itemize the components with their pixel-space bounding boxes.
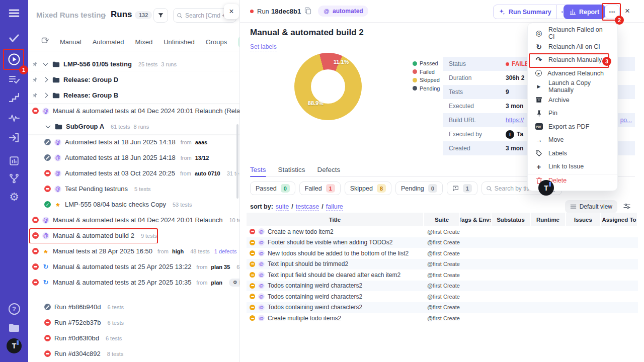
breadcrumb-project[interactable]: Mixed Runs testing <box>36 11 106 19</box>
runs-play-circle-icon[interactable] <box>0 52 28 66</box>
test-title[interactable]: Footer should be visible when adding TOD… <box>268 239 392 246</box>
table-row[interactable]: Todos containing weird characters2 @firs… <box>247 291 638 302</box>
settings-gear-icon[interactable] <box>0 190 28 204</box>
menu-item-export-pdf[interactable]: PDF Export as PDF <box>528 120 617 134</box>
run-list-item[interactable]: SubGroup A from 61 tests 8 runs <box>28 119 240 134</box>
test-title[interactable]: New todos should be added to the bottom … <box>268 250 409 257</box>
run-detail-close-button[interactable]: × <box>625 6 630 16</box>
run-list-item[interactable]: Manual & automated tests at 04 Dec 2024 … <box>28 212 240 228</box>
table-column-header[interactable]: Suite <box>424 213 460 226</box>
run-list-item[interactable]: Run #752eb37b from 6 tests <box>28 315 240 330</box>
filter-funnel-button[interactable] <box>153 8 168 23</box>
run-title[interactable]: Automated tests at 18 Jun 2025 14:18 <box>65 154 176 161</box>
menu-item-link-to-issue[interactable]: Link to Issue <box>528 160 617 173</box>
filter-chip-failed[interactable]: Failed1 <box>299 182 341 195</box>
run-summary-button[interactable]: Run Summary <box>494 5 556 19</box>
run-title[interactable]: Manual tests at 28 Apr 2025 16:50 <box>53 247 152 255</box>
set-labels-link[interactable]: Set labels <box>250 43 277 51</box>
tab-defects[interactable]: Defects <box>317 166 341 172</box>
sort-link-suite[interactable]: suite <box>276 203 289 211</box>
run-list-item[interactable]: Manual tests at 28 Apr 2025 16:50 from h… <box>28 243 240 259</box>
run-title[interactable]: LMP-556 01/05 testing <box>63 60 132 68</box>
table-column-header[interactable]: Title <box>247 213 424 226</box>
hamburger-menu-icon[interactable] <box>0 6 28 20</box>
run-list-item[interactable]: Release: Group D from <box>28 72 240 87</box>
tab-unfinished[interactable]: Unfinished <box>164 38 194 46</box>
run-list-item[interactable]: Manual & automated tests at 04 Dec 2024 … <box>28 103 240 119</box>
filter-chip-pending[interactable]: Pending0 <box>395 182 443 195</box>
projects-folder-icon[interactable] <box>0 321 28 335</box>
run-list-item[interactable]: Manual & automated build 2 from 9 tests <box>28 228 240 243</box>
column-settings-icon[interactable] <box>623 202 631 212</box>
table-row[interactable]: Text input should be trimmed2 @first Cre… <box>247 259 638 270</box>
assignee-avatar[interactable]: T <box>538 180 554 196</box>
test-title[interactable]: Todos containing weird characters2 <box>268 293 362 300</box>
run-title[interactable]: Manual & automated tests at 04 Dec 2024 … <box>53 107 240 115</box>
menu-item-pin[interactable]: Pin <box>528 107 617 120</box>
table-column-header[interactable]: Substatus <box>492 213 531 226</box>
analytics-chart-icon[interactable] <box>0 154 28 168</box>
table-column-header[interactable]: Runtime <box>531 213 566 226</box>
run-list-item[interactable]: Automated tests at 18 Jun 2025 14:18 fro… <box>28 150 240 165</box>
sort-link-failure[interactable]: failure <box>326 203 343 211</box>
run-title[interactable]: Run #b86b940d <box>54 303 101 311</box>
select-all-icon[interactable] <box>41 37 49 47</box>
chevron-icon[interactable] <box>44 125 51 128</box>
chevron-icon[interactable] <box>42 78 49 81</box>
menu-item-archive[interactable]: Archive <box>528 94 617 107</box>
sort-link-testcase[interactable]: testcase <box>296 203 319 211</box>
help-icon[interactable] <box>0 302 28 316</box>
branch-icon[interactable] <box>0 171 28 186</box>
run-list-item[interactable]: Automated tests at 18 Jun 2025 14:18 fro… <box>28 134 240 150</box>
run-defects-link[interactable]: 1 defects <box>214 248 237 254</box>
run-title[interactable]: LMP-555 08/04 basic checks Copy <box>65 201 166 208</box>
tab-groups[interactable]: Groups <box>206 38 227 46</box>
default-view-button[interactable]: Default view <box>565 200 617 213</box>
run-title[interactable]: Run #d304c892 <box>54 350 101 357</box>
run-list-item[interactable]: Manual & automated tests at 25 Apr 2025 … <box>28 259 240 275</box>
pin-icon[interactable] <box>32 77 38 82</box>
run-title[interactable]: Manual & automated tests at 25 Apr 2025 … <box>53 279 191 286</box>
user-avatar[interactable]: T <box>0 339 28 353</box>
runs-list-scrollbar[interactable] <box>236 124 238 199</box>
tests-check-icon[interactable] <box>0 31 28 45</box>
menu-item-labels[interactable]: Labels <box>528 147 617 160</box>
tab-statistics[interactable]: Statistics <box>278 166 305 172</box>
test-title[interactable]: Text input should be trimmed2 <box>268 260 348 267</box>
run-title[interactable]: Run #0d63f0bd <box>54 334 99 342</box>
table-row[interactable]: Create multiple todo items2 @first Creat… <box>247 313 638 324</box>
run-title[interactable]: Release: Group D <box>63 76 118 83</box>
filter-chip-passed[interactable]: Passed0 <box>250 182 295 195</box>
table-row[interactable]: Todos containing weird characters2 @firs… <box>247 281 638 292</box>
run-title[interactable]: Manual & automated tests at 04 Dec 2024 … <box>53 216 223 224</box>
run-title[interactable]: Automated tests at 18 Jun 2025 14:18 <box>65 138 176 146</box>
test-title[interactable]: Create a new todo item2 <box>268 228 334 235</box>
run-title[interactable]: Automated tests at 03 Oct 2024 20:25 <box>65 169 175 177</box>
table-column-header[interactable]: Issues <box>566 213 601 226</box>
table-row[interactable]: Footer should be visible when adding TOD… <box>247 237 638 248</box>
run-title[interactable]: Manual & automated build 2 <box>53 232 134 239</box>
run-list-item[interactable]: Run #b86b940d from 6 tests <box>28 299 240 315</box>
table-row[interactable]: New todos should be added to the bottom … <box>247 248 638 259</box>
chevron-icon[interactable] <box>42 62 49 66</box>
run-list-item[interactable]: LMP-555 08/04 basic checks Copy from 53 … <box>28 197 240 212</box>
menu-item-launch-copy[interactable]: Launch a Copy Manually <box>528 80 617 94</box>
run-title[interactable]: Manual & automated tests at 25 Apr 2025 … <box>53 263 191 270</box>
table-row[interactable]: Text input field should be cleared after… <box>247 269 638 281</box>
build-url-link[interactable]: https:// <box>506 117 524 124</box>
list-check-icon[interactable] <box>0 72 28 86</box>
automated-badge[interactable]: automated <box>318 6 368 17</box>
test-title[interactable]: Text input field should be cleared after… <box>268 272 400 279</box>
menu-item-relaunch-all-ci[interactable]: Relaunch All on CI <box>528 40 617 54</box>
test-title[interactable]: Todos containing weird characters2 <box>268 282 362 289</box>
run-list-item[interactable]: Run #d304c892 from 8 tests <box>28 346 240 361</box>
menu-item-relaunch-failed-ci[interactable]: Relaunch Failed on CI <box>528 27 617 40</box>
test-title[interactable]: Create multiple todo items2 <box>268 315 341 322</box>
breadcrumb-section[interactable]: Runs <box>111 10 132 20</box>
runs-panel-close-button[interactable]: × <box>224 4 239 19</box>
menu-item-advanced-relaunch[interactable]: Advanced Relaunch <box>528 67 617 80</box>
run-list-item[interactable]: Run #0d63f0bd from 6 tests <box>28 330 240 346</box>
run-title[interactable]: Test Pending testruns <box>65 185 128 193</box>
stairs-steps-icon[interactable] <box>0 90 28 105</box>
table-column-header[interactable]: Assigned To <box>601 213 638 226</box>
